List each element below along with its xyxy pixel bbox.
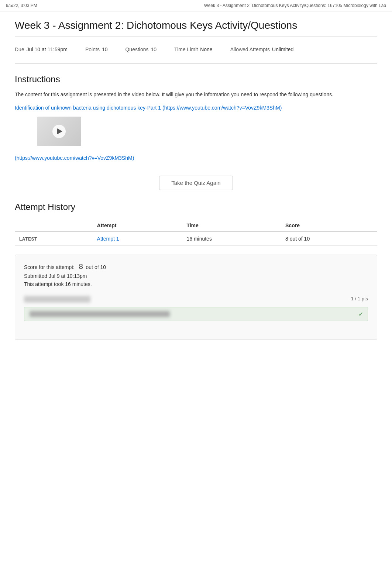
duration-text: This attempt took 16 minutes. bbox=[24, 281, 92, 287]
due-value: Jul 10 at 11:59pm bbox=[27, 46, 68, 52]
due-item: Due Jul 10 at 11:59pm bbox=[15, 46, 68, 52]
breadcrumb-text: Week 3 - Assignment 2: Dichotomous Keys … bbox=[204, 3, 386, 8]
attempt-score: 8 out of 10 bbox=[281, 232, 377, 246]
col-score: Score bbox=[281, 220, 377, 232]
latest-label: LATEST bbox=[19, 237, 37, 242]
questions-label: Questions bbox=[125, 46, 148, 52]
allowed-attempts-item: Allowed Attempts Unlimited bbox=[230, 46, 294, 52]
attempt-time: 16 minutes bbox=[182, 232, 281, 246]
attempt-details-box: Score for this attempt: 8 out of 10 Subm… bbox=[15, 255, 377, 340]
play-button[interactable] bbox=[52, 125, 66, 138]
take-quiz-button[interactable]: Take the Quiz Again bbox=[159, 176, 233, 190]
question-label bbox=[24, 296, 90, 303]
attempt-link-cell[interactable]: Attempt 1 bbox=[93, 232, 182, 246]
col-attempt: Attempt bbox=[93, 220, 182, 232]
time-limit-label: Time Limit bbox=[174, 46, 198, 52]
points-label: Points bbox=[85, 46, 100, 52]
video-link[interactable]: Identification of unknown bacteria using… bbox=[15, 105, 282, 111]
attempt-history-title: Attempt History bbox=[15, 202, 377, 212]
questions-value: 10 bbox=[151, 46, 157, 52]
quiz-button-container: Take the Quiz Again bbox=[15, 176, 377, 190]
duration-line: This attempt took 16 minutes. bbox=[24, 281, 368, 287]
top-bar: 9/5/22, 3:03 PM Week 3 - Assignment 2: D… bbox=[0, 0, 392, 11]
question-answer-box: ✓ bbox=[24, 307, 368, 321]
video-url-link[interactable]: (https://www.youtube.com/watch?v=VovZ9kM… bbox=[15, 155, 134, 161]
score-line: Score for this attempt: 8 out of 10 bbox=[24, 262, 368, 271]
question-block: 1 / 1 pts ✓ bbox=[24, 296, 368, 332]
time-limit-item: Time Limit None bbox=[174, 46, 213, 52]
instructions-body: The content for this assignment is prese… bbox=[15, 90, 377, 99]
page-title: Week 3 - Assignment 2: Dichotomous Keys … bbox=[15, 19, 377, 37]
score-label: Score for this attempt: bbox=[24, 264, 75, 270]
table-header-row: Attempt Time Score bbox=[15, 220, 377, 232]
submitted-line: Submitted Jul 9 at 10:13pm bbox=[24, 273, 368, 279]
attempt-1-link[interactable]: Attempt 1 bbox=[97, 236, 119, 242]
table-row: LATEST Attempt 1 16 minutes 8 out of 10 bbox=[15, 232, 377, 246]
check-icon: ✓ bbox=[358, 310, 363, 317]
questions-item: Questions 10 bbox=[125, 46, 157, 52]
points-item: Points 10 bbox=[85, 46, 108, 52]
col-badge bbox=[15, 220, 93, 232]
page-content: Week 3 - Assignment 2: Dichotomous Keys … bbox=[0, 11, 392, 363]
score-out-of: out of 10 bbox=[86, 264, 106, 270]
points-value: 10 bbox=[102, 46, 108, 52]
allowed-value: Unlimited bbox=[272, 46, 293, 52]
score-number: 8 bbox=[79, 262, 83, 270]
play-icon bbox=[57, 128, 62, 134]
meta-row: Due Jul 10 at 11:59pm Points 10 Question… bbox=[15, 43, 377, 58]
submitted-text: Submitted Jul 9 at 10:13pm bbox=[24, 273, 87, 279]
question-pts: 1 / 1 pts bbox=[351, 296, 368, 301]
time-limit-value: None bbox=[200, 46, 212, 52]
col-time: Time bbox=[182, 220, 281, 232]
video-thumbnail[interactable] bbox=[37, 117, 81, 146]
datetime: 9/5/22, 3:03 PM bbox=[6, 3, 37, 8]
question-header: 1 / 1 pts bbox=[24, 296, 368, 303]
answer-text bbox=[30, 311, 170, 317]
instructions-title: Instructions bbox=[15, 74, 377, 84]
due-label: Due bbox=[15, 46, 24, 52]
allowed-label: Allowed Attempts bbox=[230, 46, 270, 52]
latest-badge: LATEST bbox=[15, 232, 93, 246]
divider-1 bbox=[15, 63, 377, 64]
attempt-table: Attempt Time Score LATEST Attempt 1 16 m… bbox=[15, 220, 377, 246]
